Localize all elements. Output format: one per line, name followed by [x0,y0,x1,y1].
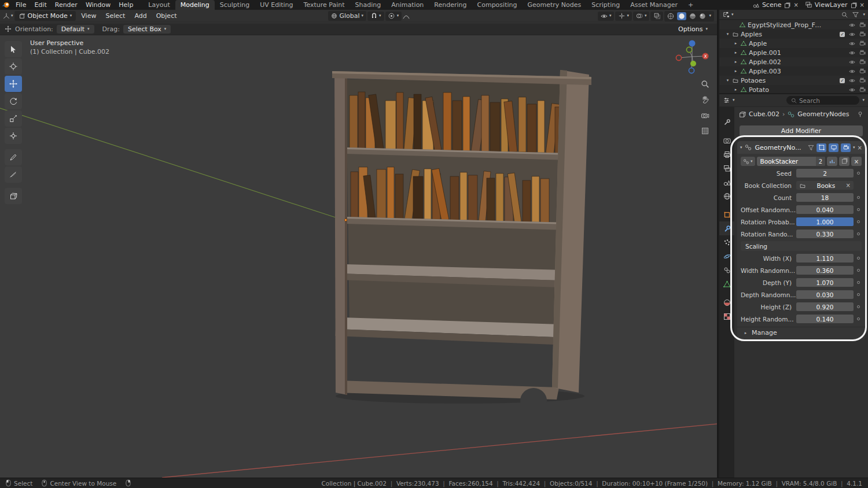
tab-animation[interactable]: Animation [386,0,429,10]
falloff-curve-icon[interactable] [403,13,410,20]
properties-options-caret-icon[interactable]: ▾ [862,98,865,102]
render-camera-icon[interactable] [859,49,866,56]
scene-selector[interactable]: Scene [753,1,782,9]
proportional-editing-button[interactable]: ▾ [385,12,402,21]
outliner-row-collection[interactable]: ▾ Potaoes ✓ [719,76,868,85]
animate-dot-icon[interactable] [857,281,860,284]
viewport-3d[interactable]: ▾ Object Mode ▾ View Select Add Object G… [0,10,718,478]
render-camera-icon[interactable] [859,77,866,84]
menu-file[interactable]: File [12,0,30,10]
scene-unlink-icon[interactable]: × [793,2,798,8]
outliner-options-caret-icon[interactable]: ▾ [863,13,865,17]
tab-geometry-nodes[interactable]: Geometry Nodes [522,0,586,10]
gizmos-dropdown[interactable]: ▾ [615,12,632,21]
bookshelf-object[interactable] [330,65,596,404]
outliner-filter-icon[interactable] [852,11,859,18]
shading-rendered-icon[interactable] [699,13,706,20]
animate-dot-icon[interactable] [857,257,860,260]
add-modifier-button[interactable]: Add Modifier [740,125,863,136]
mode-selector[interactable]: Object Mode ▾ [14,11,76,21]
expand-caret-icon[interactable]: ▸ [733,69,738,73]
tab-world[interactable] [719,189,734,203]
modifier-extras-caret-icon[interactable]: ▾ [853,146,855,150]
tab-scripting[interactable]: Scripting [586,0,625,10]
transform-orientation-dropdown[interactable]: Global ▾ [328,11,367,21]
tab-shading[interactable]: Shading [350,0,387,10]
param-value-field[interactable]: 0.360 [796,266,854,275]
tab-constraints[interactable] [719,263,734,277]
scene-new-icon[interactable] [785,3,789,8]
collection-clear-icon[interactable]: × [846,182,851,188]
breadcrumb-object[interactable]: Cube.002 [749,110,779,118]
node-group-field[interactable]: BookStacker 2 [757,157,825,166]
tool-cursor[interactable] [5,58,22,75]
hide-eye-icon[interactable] [848,40,855,47]
node-group-unlink-button[interactable]: × [851,157,862,166]
expand-caret-icon[interactable]: ▸ [733,41,738,46]
outliner-row-object[interactable]: ▸ Apple [719,39,868,48]
outliner-row-object[interactable]: ▸ Potato [719,85,868,93]
overlays-dropdown[interactable]: ▾ [633,12,650,21]
editor-type-icon[interactable] [3,13,10,20]
manage-subpanel-header[interactable]: ▸ Manage [737,327,865,338]
param-value-field[interactable]: 2 [796,169,854,178]
tool-scale[interactable] [5,110,22,127]
navigation-gizmo[interactable]: X [674,39,710,75]
outliner-row-object[interactable]: ▸ Apple.003 [719,66,868,76]
pan-hand-icon[interactable] [699,94,711,105]
perspective-toggle-icon[interactable] [699,125,711,136]
tool-annotate[interactable] [5,149,22,165]
tool-select-box[interactable] [5,41,22,57]
animate-dot-icon[interactable] [857,220,860,223]
tool-measure[interactable] [5,167,22,183]
menu-render[interactable]: Render [51,0,82,10]
properties-editor-icon[interactable] [723,97,730,104]
options-dropdown[interactable]: Options ▾ [674,25,712,34]
modifier-render-toggle[interactable] [841,143,851,152]
object-visibility-dropdown[interactable]: ▾ [598,12,615,21]
node-group-users-count[interactable]: 2 [816,157,825,166]
viewlayer-new-icon[interactable] [851,3,856,8]
menu-window[interactable]: Window [82,0,115,10]
hide-eye-icon[interactable] [848,31,855,38]
tab-physics[interactable] [719,249,734,263]
animate-dot-icon[interactable] [857,317,860,320]
shading-caret-icon[interactable]: ▾ [709,14,711,18]
animate-dot-icon[interactable] [857,232,860,235]
render-camera-icon[interactable] [859,40,866,47]
outliner-row-collection[interactable]: ▾ Apples ✓ [719,29,868,39]
animate-dot-icon[interactable] [857,293,860,296]
collection-checkbox[interactable]: ✓ [840,78,845,83]
shading-solid-icon[interactable] [677,12,686,20]
tab-layout[interactable]: Layout [143,0,175,10]
param-value-field[interactable]: 0.030 [796,290,854,299]
tab-modeling[interactable]: Modeling [175,0,215,10]
hide-eye-icon[interactable] [848,68,855,75]
xray-toggle-button[interactable] [650,12,663,21]
hide-eye-icon[interactable] [848,58,855,65]
param-value-field[interactable]: 18 [796,193,854,202]
node-group-browse-button[interactable]: ▾ [741,157,755,166]
tab-render[interactable] [719,134,734,147]
tool-rotate[interactable] [5,93,22,109]
render-camera-icon[interactable] [859,86,866,93]
outliner-row-object[interactable]: EgyptStylized_Prop_FruitPa [719,20,868,29]
param-value-field[interactable]: 0.040 [796,205,854,214]
render-camera-icon[interactable] [859,58,866,65]
tab-rendering[interactable]: Rendering [429,0,472,10]
render-camera-icon[interactable] [859,68,866,75]
camera-view-icon[interactable] [699,109,711,121]
menu-select[interactable]: Select [101,11,129,21]
tab-modifiers[interactable] [719,221,734,235]
animate-dot-icon[interactable] [857,305,860,308]
tab-tool[interactable] [719,115,734,129]
expand-caret-icon[interactable]: ▸ [733,87,738,92]
modifier-name[interactable]: GeometryNo... [754,144,806,151]
zoom-icon[interactable] [699,78,711,90]
breadcrumb-modifier[interactable]: GeometryNodes [797,110,849,118]
menu-view[interactable]: View [77,11,100,21]
outliner-editor-icon[interactable] [722,11,729,18]
expand-caret-icon[interactable]: ▾ [725,32,730,36]
tab-material[interactable] [719,295,734,309]
expand-caret-icon[interactable]: ▸ [733,50,738,55]
